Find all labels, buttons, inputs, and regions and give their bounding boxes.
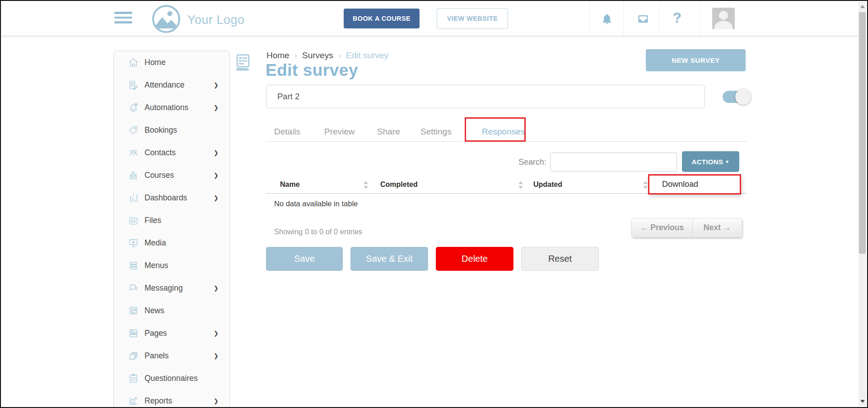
book-a-course-button[interactable]: BOOK A COURSE	[344, 9, 420, 28]
publish-toggle[interactable]	[723, 91, 750, 103]
download-menu-item[interactable]: Download	[648, 174, 741, 195]
messaging-icon	[128, 283, 139, 293]
help-icon[interactable]: ?	[673, 10, 681, 26]
chevron-right-icon: ❯	[214, 330, 219, 337]
tab-settings[interactable]: Settings	[420, 127, 452, 137]
pages-icon	[128, 328, 139, 338]
header-divider	[623, 2, 624, 36]
column-header-name[interactable]: Name	[280, 181, 300, 189]
automations-icon	[128, 102, 139, 113]
breadcrumb-surveys[interactable]: Surveys	[302, 51, 333, 60]
files-icon	[128, 215, 139, 226]
search-label: Search:	[498, 158, 546, 167]
chevron-right-icon: ❯	[214, 172, 219, 179]
toggle-knob	[735, 89, 751, 105]
reset-button[interactable]: Reset	[521, 247, 599, 271]
sort-icon[interactable]	[518, 180, 523, 190]
chevron-right-icon: ❯	[214, 149, 219, 156]
save-exit-button[interactable]: Save & Exit	[350, 247, 428, 271]
news-icon	[128, 306, 139, 316]
contacts-icon	[128, 148, 139, 158]
chevron-right-icon: ❯	[214, 352, 219, 359]
page-title: Edit survey	[266, 61, 358, 80]
courses-icon	[128, 170, 139, 181]
header-divider	[700, 2, 700, 36]
panels-icon	[128, 351, 139, 361]
sidebar-item-questionnaires[interactable]: Questionnaires	[114, 367, 229, 389]
menus-icon	[128, 260, 139, 271]
sidebar-item-dashboards[interactable]: Dashboards ❯	[114, 186, 229, 209]
user-avatar[interactable]	[712, 8, 735, 29]
chevron-right-icon: ❯	[214, 285, 219, 292]
chevron-right-icon: ❯	[214, 82, 219, 88]
questionnaires-icon	[128, 373, 139, 384]
breadcrumb-separator-icon: ›	[338, 51, 341, 60]
new-survey-button[interactable]: NEW SURVEY	[646, 49, 746, 71]
sidebar-item-bookings[interactable]: Bookings	[114, 119, 229, 141]
scroll-down-icon[interactable]	[860, 400, 865, 403]
sidebar-nav: Home Attendance ❯ Automations ❯ Bookings…	[113, 51, 230, 408]
survey-form-icon[interactable]	[233, 53, 253, 74]
sidebar-item-courses[interactable]: Courses ❯	[114, 164, 229, 186]
sidebar-item-reports[interactable]: Reports ❯	[114, 389, 229, 408]
save-button[interactable]: Save	[266, 247, 343, 271]
delete-button[interactable]: Delete	[436, 247, 513, 271]
chevron-right-icon: ❯	[214, 398, 219, 404]
breadcrumb: Home › Surveys › Edit survey	[266, 51, 388, 60]
column-header-completed[interactable]: Completed	[380, 181, 418, 189]
attendance-icon	[128, 80, 139, 90]
logo-image-icon	[151, 4, 181, 36]
responses-tab-highlight-box	[465, 117, 526, 142]
bookings-icon	[128, 125, 139, 135]
media-icon	[128, 238, 139, 248]
logo[interactable]: Your Logo	[151, 4, 245, 36]
table-showing-entries: Showing 0 to 0 of 0 entries	[274, 227, 362, 236]
sidebar-item-pages[interactable]: Pages ❯	[114, 322, 229, 344]
notifications-bell-icon[interactable]	[601, 13, 613, 25]
view-website-button[interactable]: VIEW WEBSITE	[437, 8, 508, 29]
sort-icon[interactable]	[643, 180, 648, 190]
chevron-right-icon: ❯	[214, 104, 219, 111]
dashboards-icon	[128, 193, 139, 203]
next-page-button[interactable]: Next →	[692, 218, 742, 237]
chevron-right-icon: ❯	[214, 195, 219, 201]
app-window: Your Logo BOOK A COURSE VIEW WEBSITE ? H…	[0, 0, 868, 408]
sidebar-item-files[interactable]: Files	[114, 209, 229, 232]
vertical-scrollbar[interactable]	[859, 2, 866, 406]
header-divider	[589, 2, 590, 36]
table-empty-message: No data available in table	[274, 199, 358, 208]
tab-details[interactable]: Details	[274, 127, 300, 137]
sidebar-item-news[interactable]: News	[114, 299, 229, 322]
survey-name-input[interactable]	[266, 85, 705, 108]
reports-icon	[128, 396, 139, 406]
sidebar-item-home[interactable]: Home	[114, 51, 229, 74]
breadcrumb-current: Edit survey	[346, 51, 388, 60]
tab-share[interactable]: Share	[377, 127, 400, 137]
logo-text: Your Logo	[187, 13, 245, 27]
tab-preview[interactable]: Preview	[324, 127, 355, 137]
sidebar-item-media[interactable]: Media	[114, 232, 229, 254]
inbox-tray-icon[interactable]	[637, 13, 649, 25]
sidebar-item-messaging[interactable]: Messaging ❯	[114, 277, 229, 299]
sidebar-item-attendance[interactable]: Attendance ❯	[114, 74, 229, 96]
scrollbar-thumb[interactable]	[859, 12, 866, 254]
search-input[interactable]	[550, 153, 677, 172]
sidebar-item-menus[interactable]: Menus	[114, 254, 229, 277]
scroll-up-icon[interactable]	[860, 5, 865, 8]
column-header-updated[interactable]: Updated	[533, 181, 562, 189]
sidebar-item-contacts[interactable]: Contacts ❯	[114, 141, 229, 164]
pagination: ← Previous Next →	[631, 218, 742, 237]
actions-button[interactable]: ACTIONS▼	[682, 151, 739, 172]
sort-icon[interactable]	[364, 180, 368, 190]
top-header: Your Logo BOOK A COURSE VIEW WEBSITE ?	[2, 2, 859, 36]
breadcrumb-home[interactable]: Home	[266, 51, 289, 60]
caret-down-icon: ▼	[725, 159, 729, 164]
previous-page-button[interactable]: ← Previous	[631, 218, 692, 237]
avatar-head	[719, 11, 728, 20]
home-icon	[128, 57, 139, 68]
sidebar-item-panels[interactable]: Panels ❯	[114, 344, 229, 367]
sidebar-item-automations[interactable]: Automations ❯	[114, 96, 229, 119]
breadcrumb-separator-icon: ›	[294, 51, 297, 60]
avatar-body	[714, 21, 733, 29]
hamburger-menu-icon[interactable]	[114, 12, 132, 26]
